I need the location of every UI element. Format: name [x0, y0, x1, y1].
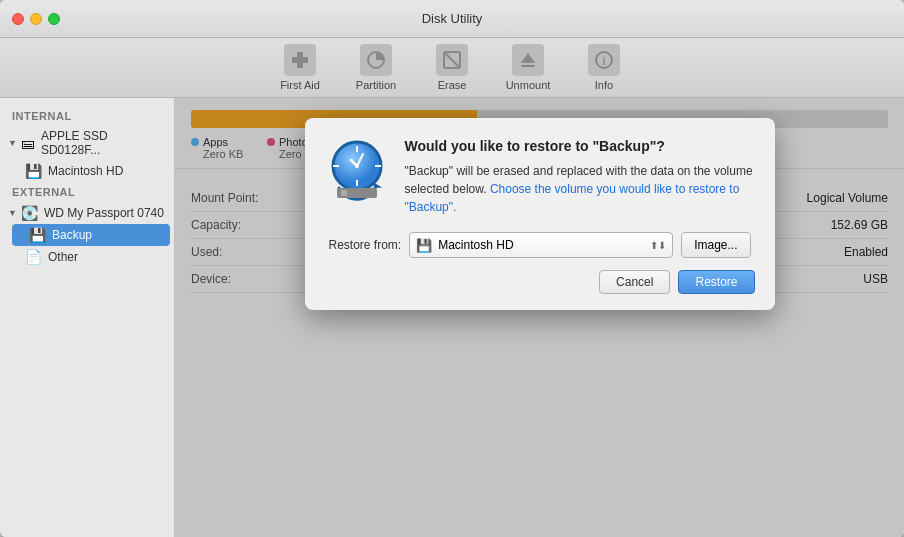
unmount-icon: [512, 44, 544, 76]
select-chevron-icon: ⬆⬇: [650, 240, 666, 251]
other-volume-label: Other: [48, 250, 78, 264]
toolbar-partition[interactable]: Partition: [350, 44, 402, 91]
cancel-button[interactable]: Cancel: [599, 270, 670, 294]
macintosh-hd-label: Macintosh HD: [48, 164, 123, 178]
main-area: Internal ▼ 🖴 APPLE SSD SD0128F... 💾 Maci…: [0, 98, 904, 537]
restore-select[interactable]: 💾 Macintosh HD ⬆⬇: [409, 232, 673, 258]
macintosh-hd-item[interactable]: 💾 Macintosh HD: [8, 160, 174, 182]
info-label: Info: [595, 79, 613, 91]
erase-label: Erase: [438, 79, 467, 91]
erase-icon: [436, 44, 468, 76]
modal-title: Would you like to restore to "Backup"?: [405, 138, 755, 154]
internal-disk-item[interactable]: ▼ 🖴 APPLE SSD SD0128F...: [0, 126, 174, 160]
internal-disk-icon: 🖴: [21, 135, 35, 151]
restore-button[interactable]: Restore: [678, 270, 754, 294]
modal-body: "Backup" will be erased and replaced wit…: [405, 162, 755, 216]
macintosh-hd-icon: 💾: [24, 163, 42, 179]
toolbar: First Aid Partition Erase: [0, 38, 904, 98]
restore-select-wrapper: 💾 Macintosh HD ⬆⬇: [409, 232, 673, 258]
svg-rect-6: [521, 65, 535, 67]
external-disk-icon: 💽: [21, 205, 38, 221]
first-aid-label: First Aid: [280, 79, 320, 91]
sidebar: Internal ▼ 🖴 APPLE SSD SD0128F... 💾 Maci…: [0, 98, 175, 537]
close-button[interactable]: [12, 13, 24, 25]
svg-line-4: [444, 52, 460, 68]
svg-point-16: [355, 164, 359, 168]
titlebar: Disk Utility: [0, 0, 904, 38]
minimize-button[interactable]: [30, 13, 42, 25]
svg-marker-5: [521, 53, 535, 63]
external-children: 💾 Backup 📄 Other: [0, 224, 174, 268]
partition-label: Partition: [356, 79, 396, 91]
image-button[interactable]: Image...: [681, 232, 750, 258]
backup-volume-label: Backup: [52, 228, 92, 242]
other-volume-icon: 📄: [24, 249, 42, 265]
restore-from-row: Restore from: 💾 Macintosh HD ⬆⬇ Image...: [325, 232, 755, 258]
restore-select-value: Macintosh HD: [438, 238, 513, 252]
external-disk-label: WD My Passport 0740: [44, 206, 164, 220]
svg-rect-19: [341, 190, 347, 196]
toolbar-erase[interactable]: Erase: [426, 44, 478, 91]
traffic-lights: [12, 13, 60, 25]
toolbar-first-aid[interactable]: First Aid: [274, 44, 326, 91]
toolbar-info[interactable]: i Info: [578, 44, 630, 91]
info-icon: i: [588, 44, 620, 76]
content-area: Apps Zero KB Photos Zero KB: [175, 98, 904, 537]
svg-text:i: i: [602, 55, 605, 67]
disclosure-arrow-external: ▼: [8, 208, 17, 218]
modal-text-content: Would you like to restore to "Backup"? "…: [405, 138, 755, 216]
main-window: Disk Utility First Aid Partition: [0, 0, 904, 537]
modal-buttons: Cancel Restore: [325, 270, 755, 294]
disclosure-arrow-internal: ▼: [8, 138, 17, 148]
tm-icon-svg: [325, 138, 389, 202]
internal-children: 💾 Macintosh HD: [0, 160, 174, 182]
unmount-label: Unmount: [506, 79, 551, 91]
restore-modal: Would you like to restore to "Backup"? "…: [305, 118, 775, 310]
internal-disk-label: APPLE SSD SD0128F...: [41, 129, 166, 157]
external-section-label: External: [0, 182, 174, 202]
time-machine-icon: [325, 138, 389, 202]
backup-volume-item[interactable]: 💾 Backup: [12, 224, 170, 246]
backup-volume-icon: 💾: [28, 227, 46, 243]
modal-overlay: Would you like to restore to "Backup"? "…: [175, 98, 904, 537]
external-disk-item[interactable]: ▼ 💽 WD My Passport 0740: [0, 202, 174, 224]
partition-icon: [360, 44, 392, 76]
restore-from-label: Restore from:: [329, 238, 402, 252]
internal-section-label: Internal: [0, 106, 174, 126]
restore-select-icon: 💾: [416, 238, 432, 253]
svg-rect-1: [292, 57, 308, 63]
modal-top: Would you like to restore to "Backup"? "…: [325, 138, 755, 216]
other-volume-item[interactable]: 📄 Other: [8, 246, 174, 268]
maximize-button[interactable]: [48, 13, 60, 25]
first-aid-icon: [284, 44, 316, 76]
toolbar-unmount[interactable]: Unmount: [502, 44, 554, 91]
window-title: Disk Utility: [422, 11, 483, 26]
